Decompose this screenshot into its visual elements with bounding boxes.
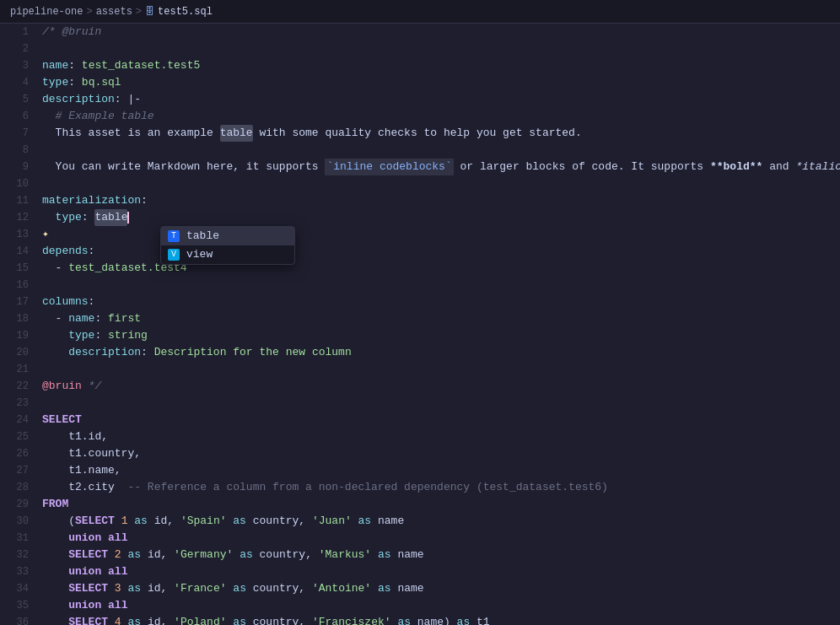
code-line-22: @bruin */ xyxy=(42,378,840,395)
breadcrumb-sep-2: > xyxy=(136,6,142,18)
code-line-19: type: string xyxy=(42,327,840,344)
table-type-icon: T xyxy=(168,230,180,242)
line-num-15: 15 xyxy=(7,260,29,277)
code-line-35: union all xyxy=(42,597,840,614)
line-num-25: 25 xyxy=(7,428,29,445)
line-num-14: 14 xyxy=(7,243,29,260)
line-num-33: 33 xyxy=(7,563,29,580)
line-num-3: 3 xyxy=(7,57,29,74)
code-line-25: t1.id, xyxy=(42,428,840,445)
code-line-26: t1.country, xyxy=(42,445,840,462)
code-line-8 xyxy=(42,142,840,159)
autocomplete-item-table[interactable]: T table xyxy=(161,227,294,245)
autocomplete-item-view[interactable]: V view xyxy=(161,245,294,264)
code-line-18: - name: first xyxy=(42,310,840,327)
line-num-11: 11 xyxy=(7,192,29,209)
line-num-18: 18 xyxy=(7,310,29,327)
line-num-30: 30 xyxy=(7,513,29,530)
code-line-6: # Example table xyxy=(42,108,840,125)
breadcrumb-filename: test5.sql xyxy=(158,6,213,18)
code-line-7: This asset is an example table with some… xyxy=(42,125,840,142)
autocomplete-label-view: view xyxy=(186,246,213,263)
line-num-10: 10 xyxy=(7,175,29,192)
line-num-22: 22 xyxy=(7,378,29,395)
code-line-4: type: bq.sql xyxy=(42,74,840,91)
code-line-20: description: Description for the new col… xyxy=(42,344,840,361)
code-line-3: name: test_dataset.test5 xyxy=(42,57,840,74)
code-line-33: union all xyxy=(42,563,840,580)
line-num-4: 4 xyxy=(7,74,29,91)
line-num-27: 27 xyxy=(7,462,29,479)
code-line-16 xyxy=(42,277,840,294)
breadcrumb-file: 🗄 test5.sql xyxy=(145,6,213,18)
line-num-16: 16 xyxy=(7,277,29,294)
code-line-5: description: |- xyxy=(42,91,840,108)
line-num-34: 34 xyxy=(7,580,29,597)
breadcrumb-pipeline[interactable]: pipeline-one xyxy=(10,6,83,18)
line-num-1: 1 xyxy=(7,24,29,40)
code-line-24: SELECT xyxy=(42,412,840,428)
line-num-19: 19 xyxy=(7,327,29,344)
line-num-23: 23 xyxy=(7,395,29,412)
line-num-17: 17 xyxy=(7,294,29,310)
code-editor[interactable]: 1 2 3 4 5 6 7 8 9 10 11 12 13 14 15 16 1… xyxy=(0,24,840,625)
code-line-1: /* @bruin xyxy=(42,24,840,40)
code-line-10 xyxy=(42,175,840,192)
line-num-2: 2 xyxy=(7,40,29,57)
line-num-9: 9 xyxy=(7,159,29,175)
line-num-36: 36 xyxy=(7,614,29,625)
code-line-36: SELECT 4 as id, 'Poland' as country, 'Fr… xyxy=(42,614,840,625)
line-num-28: 28 xyxy=(7,479,29,496)
code-line-23 xyxy=(42,395,840,412)
line-num-5: 5 xyxy=(7,91,29,108)
line-num-13: 13 xyxy=(7,226,29,243)
line-num-24: 24 xyxy=(7,412,29,428)
code-line-32: SELECT 2 as id, 'Germany' as country, 'M… xyxy=(42,547,840,563)
breadcrumb-assets[interactable]: assets xyxy=(96,6,132,18)
view-type-icon: V xyxy=(168,249,180,261)
file-sql-icon: 🗄 xyxy=(145,6,154,17)
line-num-26: 26 xyxy=(7,445,29,462)
autocomplete-dropdown[interactable]: T table V view xyxy=(160,226,295,265)
line-num-21: 21 xyxy=(7,361,29,378)
code-line-29: FROM xyxy=(42,496,840,513)
code-line-9: You can write Markdown here, it supports… xyxy=(42,159,840,175)
line-num-29: 29 xyxy=(7,496,29,513)
line-num-20: 20 xyxy=(7,344,29,361)
line-num-8: 8 xyxy=(7,142,29,159)
line-numbers: 1 2 3 4 5 6 7 8 9 10 11 12 13 14 15 16 1… xyxy=(0,24,35,625)
code-line-12: type: table xyxy=(42,209,840,226)
code-line-34: SELECT 3 as id, 'France' as country, 'An… xyxy=(42,580,840,597)
code-line-2 xyxy=(42,40,840,57)
line-num-6: 6 xyxy=(7,108,29,125)
breadcrumb-sep-1: > xyxy=(86,6,92,18)
text-cursor xyxy=(127,212,129,224)
line-num-31: 31 xyxy=(7,530,29,547)
editor-container: pipeline-one > assets > 🗄 test5.sql 1 2 … xyxy=(0,0,840,625)
code-content[interactable]: /* @bruin name: test_dataset.test5 type:… xyxy=(35,24,840,625)
code-line-30: (SELECT 1 as id, 'Spain' as country, 'Ju… xyxy=(42,513,840,530)
code-line-28: t2.city -- Reference a column from a non… xyxy=(42,479,840,496)
line-num-35: 35 xyxy=(7,597,29,614)
code-line-31: union all xyxy=(42,530,840,547)
code-line-21 xyxy=(42,361,840,378)
line-num-12: 12 xyxy=(7,209,29,226)
line-num-32: 32 xyxy=(7,547,29,563)
code-line-27: t1.name, xyxy=(42,462,840,479)
code-line-11: materialization: xyxy=(42,192,840,209)
line-num-7: 7 xyxy=(7,125,29,142)
breadcrumb-bar: pipeline-one > assets > 🗄 test5.sql xyxy=(0,0,840,24)
code-line-17: columns: xyxy=(42,294,840,310)
autocomplete-label-table: table xyxy=(186,228,219,245)
